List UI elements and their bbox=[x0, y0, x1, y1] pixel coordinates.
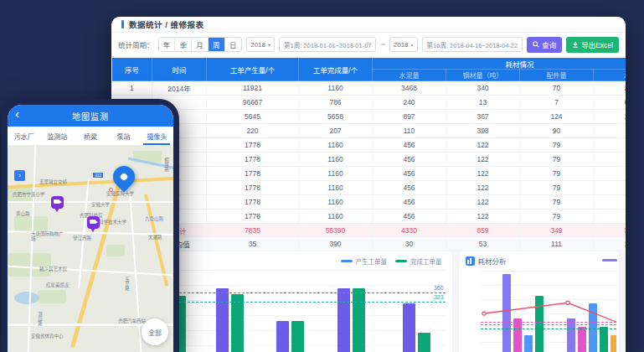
table-cell: 79 bbox=[520, 138, 594, 153]
query-button[interactable]: 查询 bbox=[527, 37, 562, 53]
table-cell: 67 bbox=[594, 138, 626, 153]
table-cell: 19 bbox=[594, 124, 626, 138]
table-row: 356455658897367124129 bbox=[112, 110, 626, 124]
map-poi-label: 合肥汽车西站 bbox=[118, 318, 146, 324]
table-cell: 786 bbox=[299, 96, 373, 110]
table-cell: 67 bbox=[594, 167, 626, 181]
table-cell: 7835 bbox=[207, 224, 299, 237]
start-year-select[interactable]: 2018 ▾ bbox=[246, 37, 275, 52]
table-cell: 859 bbox=[446, 224, 520, 237]
table-cell: 79 bbox=[520, 153, 594, 167]
col-header-index: 序号 bbox=[112, 58, 152, 81]
table-row: 6177811604561227967 bbox=[112, 153, 626, 167]
table-cell: 390 bbox=[299, 237, 373, 251]
table-cell: 456 bbox=[373, 210, 446, 224]
table-cell: 456 bbox=[373, 138, 446, 153]
expand-panel-button[interactable]: › bbox=[14, 170, 25, 181]
phone-tab-0[interactable]: 污水厂 bbox=[8, 127, 41, 145]
download-icon bbox=[572, 41, 579, 48]
table-cell: 1778 bbox=[207, 181, 299, 195]
breadcrumb-accent-bar bbox=[121, 20, 124, 28]
bar-produced bbox=[216, 288, 229, 352]
workorder-chart-legend: 产生工单量 完成工单量 bbox=[341, 256, 442, 266]
table-cell: 67 bbox=[594, 210, 626, 224]
table-cell: 35 bbox=[207, 237, 299, 251]
phone-tab-1[interactable]: 监测站 bbox=[41, 127, 75, 145]
marker-tail bbox=[54, 208, 59, 212]
map-road bbox=[28, 146, 37, 352]
table-cell: 340 bbox=[446, 81, 520, 96]
camera-marker[interactable] bbox=[51, 196, 64, 209]
trend-line-layer bbox=[481, 267, 616, 352]
period-segment-1[interactable]: 季 bbox=[175, 38, 192, 51]
bar-produced bbox=[403, 303, 415, 352]
table-cell: 456 bbox=[373, 181, 446, 195]
map-poi-label: 大唐国际购物广场 bbox=[31, 231, 66, 241]
table-cell: 897 bbox=[373, 110, 446, 124]
table-row: 12014年119211160346834070250 bbox=[112, 81, 626, 96]
sub-header-1: 水泥量 bbox=[373, 70, 446, 81]
table-cell: 7 bbox=[520, 96, 594, 110]
map-poi-label: 太湖路 bbox=[148, 235, 162, 240]
table-cell: 1160 bbox=[299, 81, 373, 96]
legend-label-completed: 完成工单量 bbox=[410, 256, 442, 266]
phone-tab-4[interactable]: 摄像头 bbox=[140, 127, 173, 145]
table-cell: 349 bbox=[520, 224, 594, 237]
bar-chart-icon bbox=[466, 256, 475, 266]
camera-marker[interactable] bbox=[87, 216, 100, 229]
period-segment-2[interactable]: 月 bbox=[192, 38, 209, 51]
bar-completed bbox=[291, 321, 304, 352]
table-cell: 4330 bbox=[373, 224, 446, 237]
end-week-input[interactable]: 第16周: 2018-04-16~2018-04-22 bbox=[422, 37, 523, 52]
table-cell: 140 bbox=[594, 237, 626, 251]
table-cell: 13 bbox=[446, 96, 520, 110]
table-cell: 250 bbox=[594, 81, 626, 96]
table-cell: 79 bbox=[520, 167, 594, 181]
map-poi-label: 九华山路 bbox=[145, 216, 163, 221]
table-cell: 11921 bbox=[207, 81, 299, 96]
table-row: 10177811604561227967 bbox=[112, 210, 626, 224]
breadcrumb: 数据统计 / 维修报表 bbox=[129, 18, 204, 30]
selected-location-pin[interactable] bbox=[109, 162, 140, 193]
back-icon[interactable]: ‹ bbox=[15, 106, 19, 121]
export-excel-button[interactable]: 导出Excel bbox=[566, 37, 619, 53]
phone-tab-3[interactable]: 泵站 bbox=[107, 127, 141, 145]
phone-tab-2[interactable]: 桥梁 bbox=[74, 127, 107, 145]
table-cell: 67 bbox=[594, 153, 626, 167]
period-segment-3[interactable]: 周 bbox=[209, 38, 225, 51]
table-cell: 3468 bbox=[373, 81, 446, 96]
consumables-plot: 2402001601208040 bbox=[481, 267, 616, 352]
col-header-completed: 工单完成量/个 bbox=[299, 58, 373, 81]
col-header-time: 时间 bbox=[152, 58, 207, 81]
page-background: 数据统计 / 维修报表 统计周期： 年季月周日 2018 ▾ 第1周: 2018… bbox=[0, 0, 644, 352]
map-canvas[interactable]: 312 五里墩立交桥合肥市宁溪小学安徽医科大学安徽大学合肥科技馆中国科学技术大学… bbox=[8, 146, 173, 352]
period-segment-0[interactable]: 年 bbox=[159, 38, 176, 51]
consumables-legend-dash bbox=[602, 259, 617, 261]
start-week-input[interactable]: 第1周: 2018-01-01~2018-01-07 bbox=[279, 37, 376, 52]
table-cell: 1778 bbox=[207, 210, 299, 224]
dashboard-window: 数据统计 / 维修报表 统计周期： 年季月周日 2018 ▾ 第1周: 2018… bbox=[111, 17, 626, 352]
table-cell: 398 bbox=[446, 124, 520, 138]
table-cell: 67 bbox=[594, 181, 626, 195]
table-row: 9177811604561227967 bbox=[112, 195, 626, 210]
map-park-area bbox=[106, 245, 125, 256]
table-cell: 207 bbox=[299, 124, 373, 138]
table-cell: 67 bbox=[594, 195, 626, 210]
col-header-created: 工单产生量/个 bbox=[207, 58, 299, 81]
end-year-select[interactable]: 2018 ▾ bbox=[389, 37, 418, 52]
table-cell: 122 bbox=[446, 210, 520, 224]
table-row: 8177811604561227967 bbox=[112, 181, 626, 195]
table-cell: 122 bbox=[446, 181, 520, 195]
legend-item-produced: 产生工单量 bbox=[341, 256, 388, 266]
period-segment-4[interactable]: 日 bbox=[225, 38, 242, 51]
table-cell: 456 bbox=[373, 167, 446, 181]
map-road bbox=[8, 201, 173, 203]
table-cell: 5658 bbox=[299, 110, 373, 124]
all-filter-button[interactable]: 全部 bbox=[142, 318, 168, 345]
table-row: 7177811604561227967 bbox=[112, 167, 626, 181]
range-separator: ~ bbox=[380, 40, 384, 49]
bar-completed bbox=[231, 294, 244, 352]
search-icon bbox=[533, 41, 539, 48]
col-header-consumables-group: 耗材情况 bbox=[373, 58, 626, 70]
table-cell: 240 bbox=[373, 96, 446, 110]
